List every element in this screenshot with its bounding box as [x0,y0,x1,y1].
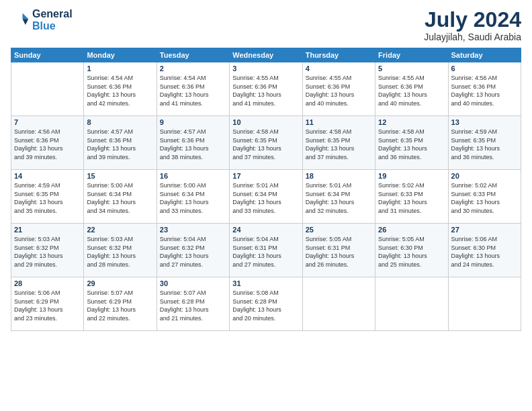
day-cell: 27Sunrise: 5:06 AM Sunset: 6:30 PM Dayli… [448,224,521,277]
day-number: 2 [160,64,226,73]
day-number: 1 [87,64,153,73]
day-cell: 20Sunrise: 5:02 AM Sunset: 6:33 PM Dayli… [448,170,521,224]
column-header-wednesday: Wednesday [230,48,302,62]
column-header-monday: Monday [84,48,157,62]
day-cell [448,277,521,331]
day-number: 18 [306,172,372,180]
day-cell: 12Sunrise: 4:58 AM Sunset: 6:35 PM Dayli… [375,116,448,170]
day-cell: 18Sunrise: 5:01 AM Sunset: 6:34 PM Dayli… [302,170,375,224]
day-number: 7 [14,118,81,126]
svg-marker-1 [23,19,29,25]
day-number: 17 [232,172,299,180]
day-number: 29 [87,279,153,287]
week-row-1: 1Sunrise: 4:54 AM Sunset: 6:36 PM Daylig… [11,62,521,116]
day-cell: 22Sunrise: 5:03 AM Sunset: 6:32 PM Dayli… [84,224,157,277]
page: General Blue July 2024 Julayjilah, Saudi… [0,0,532,411]
column-header-saturday: Saturday [448,48,521,62]
day-info: Sunrise: 5:03 AM Sunset: 6:32 PM Dayligh… [14,235,81,269]
month-title: July 2024 [424,8,521,32]
day-number: 3 [232,64,299,73]
day-cell: 1Sunrise: 4:54 AM Sunset: 6:36 PM Daylig… [84,62,157,116]
column-header-friday: Friday [375,48,448,62]
day-info: Sunrise: 5:06 AM Sunset: 6:30 PM Dayligh… [451,235,518,269]
day-info: Sunrise: 5:08 AM Sunset: 6:28 PM Dayligh… [232,289,299,322]
week-row-4: 21Sunrise: 5:03 AM Sunset: 6:32 PM Dayli… [11,224,521,277]
day-number: 4 [306,64,372,73]
day-cell: 7Sunrise: 4:56 AM Sunset: 6:36 PM Daylig… [11,116,84,170]
day-cell: 26Sunrise: 5:05 AM Sunset: 6:30 PM Dayli… [375,224,448,277]
week-row-2: 7Sunrise: 4:56 AM Sunset: 6:36 PM Daylig… [11,116,521,170]
day-info: Sunrise: 4:58 AM Sunset: 6:35 PM Dayligh… [232,128,299,161]
day-cell: 16Sunrise: 5:00 AM Sunset: 6:34 PM Dayli… [157,170,229,224]
day-cell: 10Sunrise: 4:58 AM Sunset: 6:35 PM Dayli… [230,116,302,170]
header: General Blue July 2024 Julayjilah, Saudi… [11,8,521,42]
column-header-thursday: Thursday [302,48,375,62]
day-info: Sunrise: 5:00 AM Sunset: 6:34 PM Dayligh… [160,181,226,215]
day-cell: 23Sunrise: 5:04 AM Sunset: 6:32 PM Dayli… [157,224,229,277]
day-info: Sunrise: 5:01 AM Sunset: 6:34 PM Dayligh… [306,181,372,215]
day-cell: 4Sunrise: 4:55 AM Sunset: 6:36 PM Daylig… [302,62,375,116]
logo-text: General Blue [32,8,73,32]
day-cell: 13Sunrise: 4:59 AM Sunset: 6:35 PM Dayli… [448,116,521,170]
day-cell: 25Sunrise: 5:05 AM Sunset: 6:31 PM Dayli… [302,224,375,277]
day-info: Sunrise: 5:05 AM Sunset: 6:30 PM Dayligh… [378,235,445,269]
day-cell: 2Sunrise: 4:54 AM Sunset: 6:36 PM Daylig… [157,62,229,116]
day-number: 16 [160,172,226,180]
day-info: Sunrise: 4:57 AM Sunset: 6:36 PM Dayligh… [160,128,226,161]
day-info: Sunrise: 4:54 AM Sunset: 6:36 PM Dayligh… [160,74,226,107]
day-cell: 30Sunrise: 5:07 AM Sunset: 6:28 PM Dayli… [157,277,229,331]
day-info: Sunrise: 4:56 AM Sunset: 6:36 PM Dayligh… [451,74,518,107]
day-cell: 24Sunrise: 5:04 AM Sunset: 6:31 PM Dayli… [230,224,302,277]
svg-marker-0 [23,13,29,19]
day-info: Sunrise: 5:06 AM Sunset: 6:29 PM Dayligh… [14,289,81,322]
day-number: 26 [378,226,445,234]
day-number: 9 [160,118,226,126]
day-info: Sunrise: 4:59 AM Sunset: 6:35 PM Dayligh… [451,128,518,161]
day-cell [375,277,448,331]
day-cell: 8Sunrise: 4:57 AM Sunset: 6:36 PM Daylig… [84,116,157,170]
day-info: Sunrise: 5:05 AM Sunset: 6:31 PM Dayligh… [306,235,372,269]
day-info: Sunrise: 5:04 AM Sunset: 6:32 PM Dayligh… [160,235,226,269]
day-number: 19 [378,172,445,180]
day-number: 12 [378,118,445,126]
day-number: 30 [160,279,226,287]
column-header-sunday: Sunday [11,48,84,62]
day-number: 22 [87,226,153,234]
day-info: Sunrise: 5:04 AM Sunset: 6:31 PM Dayligh… [232,235,299,269]
day-cell [302,277,375,331]
day-number: 25 [306,226,372,234]
day-number: 31 [232,279,299,287]
logo: General Blue [11,8,73,32]
day-info: Sunrise: 5:07 AM Sunset: 6:29 PM Dayligh… [87,289,153,322]
day-number: 11 [306,118,372,126]
week-row-3: 14Sunrise: 4:59 AM Sunset: 6:35 PM Dayli… [11,170,521,224]
day-number: 5 [378,64,445,73]
day-number: 14 [14,172,81,180]
day-number: 23 [160,226,226,234]
day-info: Sunrise: 4:57 AM Sunset: 6:36 PM Dayligh… [87,128,153,161]
day-cell: 21Sunrise: 5:03 AM Sunset: 6:32 PM Dayli… [11,224,84,277]
day-cell: 5Sunrise: 4:55 AM Sunset: 6:36 PM Daylig… [375,62,448,116]
day-cell: 3Sunrise: 4:55 AM Sunset: 6:36 PM Daylig… [230,62,302,116]
day-cell: 15Sunrise: 5:00 AM Sunset: 6:34 PM Dayli… [84,170,157,224]
day-cell: 11Sunrise: 4:58 AM Sunset: 6:35 PM Dayli… [302,116,375,170]
day-number: 10 [232,118,299,126]
day-cell: 28Sunrise: 5:06 AM Sunset: 6:29 PM Dayli… [11,277,84,331]
location: Julayjilah, Saudi Arabia [424,32,521,42]
day-number: 8 [87,118,153,126]
day-cell: 29Sunrise: 5:07 AM Sunset: 6:29 PM Dayli… [84,277,157,331]
day-info: Sunrise: 5:01 AM Sunset: 6:34 PM Dayligh… [232,181,299,215]
day-info: Sunrise: 5:07 AM Sunset: 6:28 PM Dayligh… [160,289,226,322]
day-cell: 19Sunrise: 5:02 AM Sunset: 6:33 PM Dayli… [375,170,448,224]
day-info: Sunrise: 4:58 AM Sunset: 6:35 PM Dayligh… [378,128,445,161]
day-cell: 14Sunrise: 4:59 AM Sunset: 6:35 PM Dayli… [11,170,84,224]
day-number: 13 [451,118,518,126]
day-info: Sunrise: 4:55 AM Sunset: 6:36 PM Dayligh… [378,74,445,107]
day-number: 20 [451,172,518,180]
day-info: Sunrise: 4:56 AM Sunset: 6:36 PM Dayligh… [14,128,81,161]
column-header-tuesday: Tuesday [157,48,229,62]
day-info: Sunrise: 5:02 AM Sunset: 6:33 PM Dayligh… [378,181,445,215]
day-number: 28 [14,279,81,287]
day-number: 27 [451,226,518,234]
header-row: SundayMondayTuesdayWednesdayThursdayFrid… [11,48,521,62]
